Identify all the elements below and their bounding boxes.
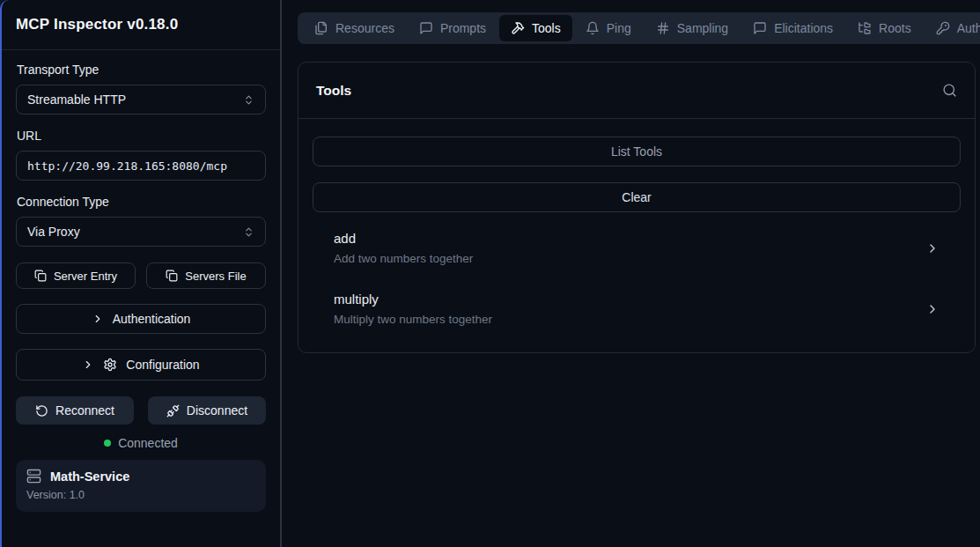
connection-type-label: Connection Type (17, 195, 266, 209)
hash-icon (656, 21, 670, 35)
server-config-row: Server Entry Servers File (16, 262, 266, 289)
tool-name: add (334, 231, 473, 246)
tool-list: add Add two numbers together multiply Mu… (313, 224, 961, 333)
tool-description: Multiply two numbers together (334, 313, 492, 326)
reconnect-button[interactable]: Reconnect (16, 396, 134, 425)
connection-type-select[interactable]: Via Proxy (16, 217, 266, 247)
servers-file-label: Servers File (185, 270, 246, 283)
server-info-card: Math-Service Version: 1.0 (16, 460, 266, 512)
connection-status-label: Connected (118, 436, 178, 450)
tab-label: Resources (335, 21, 394, 35)
transport-type-select[interactable]: Streamable HTTP (16, 85, 266, 115)
tab-ping[interactable]: Ping (574, 15, 643, 41)
tool-name: multiply (334, 292, 492, 307)
tools-panel: Tools List Tools Clear add Add two numbe… (298, 62, 976, 353)
reconnect-label: Reconnect (55, 403, 114, 418)
tool-item-text: multiply Multiply two numbers together (334, 292, 492, 326)
tool-item-text: add Add two numbers together (334, 231, 473, 265)
tab-resources[interactable]: Resources (303, 15, 406, 41)
connected-dot-icon (104, 440, 111, 447)
tab-label: Auth (957, 21, 980, 35)
chevron-right-icon (925, 241, 939, 255)
url-input[interactable] (27, 159, 254, 173)
configuration-toggle[interactable]: Configuration (16, 349, 266, 381)
gear-icon (103, 358, 117, 372)
server-version: Version: 1.0 (26, 489, 255, 501)
copy-icon (34, 270, 47, 282)
sidebar-body: Transport Type Streamable HTTP URL Conne… (2, 50, 280, 512)
tab-label: Ping (607, 21, 631, 35)
tools-panel-title: Tools (316, 83, 351, 99)
clear-button[interactable]: Clear (313, 182, 961, 212)
tab-elicitations[interactable]: Elicitations (741, 15, 844, 41)
files-icon (314, 21, 328, 35)
server-icon (26, 469, 41, 484)
key-icon (936, 21, 950, 35)
tab-label: Elicitations (774, 21, 833, 35)
url-label: URL (17, 129, 266, 143)
configuration-label: Configuration (126, 358, 199, 372)
server-name: Math-Service (50, 469, 129, 484)
main-content: Resources Prompts Tools Ping (282, 0, 980, 547)
sidebar-header: MCP Inspector v0.18.0 (2, 0, 280, 50)
tab-label: Sampling (677, 21, 728, 35)
authentication-toggle[interactable]: Authentication (16, 304, 266, 334)
tab-prompts[interactable]: Prompts (408, 15, 497, 41)
servers-file-button[interactable]: Servers File (146, 262, 266, 289)
server-entry-button[interactable]: Server Entry (16, 262, 136, 289)
list-tools-button[interactable]: List Tools (313, 137, 961, 166)
bell-icon (586, 21, 600, 35)
connection-actions-row: Reconnect Disconnect (16, 396, 266, 425)
server-entry-label: Server Entry (54, 270, 117, 283)
transport-type-label: Transport Type (17, 63, 266, 77)
disconnect-label: Disconnect (187, 403, 247, 418)
app-title: MCP Inspector v0.18.0 (16, 16, 178, 33)
unplug-icon (166, 404, 180, 418)
tab-sampling[interactable]: Sampling (645, 15, 740, 41)
rotate-ccw-icon (35, 404, 48, 418)
tab-auth[interactable]: Auth (925, 15, 980, 41)
server-card-title-row: Math-Service (26, 469, 255, 484)
connection-type-value: Via Proxy (27, 225, 80, 239)
message-square-icon (753, 21, 767, 35)
tab-bar: Resources Prompts Tools Ping (298, 12, 980, 44)
url-group: URL (16, 129, 266, 181)
tool-description: Add two numbers together (334, 252, 473, 265)
tab-tools[interactable]: Tools (499, 15, 572, 41)
chevrons-up-down-icon (243, 94, 254, 106)
hammer-icon (511, 21, 525, 35)
search-icon[interactable] (942, 83, 957, 98)
transport-type-value: Streamable HTTP (27, 92, 126, 107)
transport-type-group: Transport Type Streamable HTTP (16, 63, 266, 115)
tab-label: Tools (532, 21, 561, 35)
tools-panel-body: List Tools Clear add Add two numbers tog… (298, 119, 975, 352)
chevron-right-icon (925, 302, 939, 316)
tools-panel-header: Tools (298, 63, 975, 119)
chevrons-up-down-icon (243, 226, 254, 238)
folder-tree-icon (858, 21, 872, 35)
tool-item-add[interactable]: add Add two numbers together (313, 224, 961, 272)
tab-label: Prompts (440, 21, 486, 35)
app-window: MCP Inspector v0.18.0 Transport Type Str… (0, 0, 980, 547)
connection-status: Connected (16, 436, 266, 450)
tab-roots[interactable]: Roots (846, 15, 923, 41)
connection-type-group: Connection Type Via Proxy (16, 195, 266, 247)
sidebar: MCP Inspector v0.18.0 Transport Type Str… (2, 0, 282, 547)
tab-label: Roots (879, 21, 911, 35)
tool-item-multiply[interactable]: multiply Multiply two numbers together (313, 285, 961, 333)
chevron-right-icon (82, 359, 94, 371)
copy-icon (166, 270, 178, 282)
message-square-icon (419, 21, 433, 35)
url-input-wrap (16, 151, 266, 181)
disconnect-button[interactable]: Disconnect (148, 396, 266, 425)
chevron-right-icon (92, 313, 104, 325)
authentication-label: Authentication (113, 312, 191, 326)
